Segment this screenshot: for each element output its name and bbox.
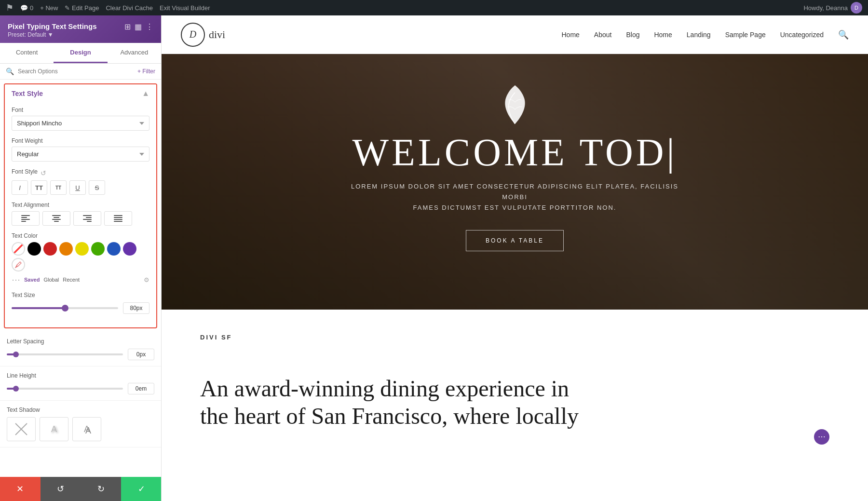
svg-rect-0 — [21, 215, 30, 216]
user-avatar[interactable]: D — [851, 2, 862, 14]
font-select[interactable]: Shippori Mincho — [12, 116, 149, 131]
align-left-button[interactable] — [12, 211, 40, 226]
hero-title: WELCOME TOD| — [162, 133, 868, 172]
site-nav: D divi Home About Blog Home Landing Samp… — [162, 15, 868, 54]
svg-rect-14 — [114, 219, 122, 220]
red-color-swatch[interactable] — [43, 242, 57, 256]
orange-color-swatch[interactable] — [59, 242, 73, 256]
redo-button[interactable]: ↻ — [81, 477, 122, 501]
letter-spacing-track[interactable] — [7, 353, 123, 355]
exit-builder-button[interactable]: Exit Visual Builder — [160, 4, 210, 12]
nav-uncategorized[interactable]: Uncategorized — [780, 31, 824, 39]
green-color-swatch[interactable] — [91, 242, 105, 256]
search-icon: 🔍 — [6, 68, 14, 75]
hero-content: WELCOME TOD| LOREM IPSUM DOLOR SIT AMET … — [162, 54, 868, 251]
save-button[interactable]: ✓ — [121, 477, 162, 501]
collapse-icon[interactable]: ▲ — [142, 89, 149, 98]
text-shadow-soft[interactable]: A — [40, 417, 68, 441]
fullscreen-icon[interactable]: ⊞ — [124, 22, 131, 31]
undo-button[interactable]: ↺ — [41, 477, 81, 501]
slider-thumb[interactable] — [62, 305, 68, 311]
text-shadow-label: Text Shadow — [7, 406, 154, 413]
font-style-row: Font Style ↺ I TT TT U S — [12, 168, 149, 195]
nav-sample[interactable]: Sample Page — [725, 31, 766, 39]
purple-color-swatch[interactable] — [123, 242, 136, 256]
color-settings-icon[interactable]: ⚙ — [144, 276, 149, 284]
caps-button[interactable]: TT — [50, 180, 67, 195]
line-height-thumb[interactable] — [13, 386, 19, 392]
black-color-swatch[interactable] — [27, 242, 41, 256]
yellow-color-swatch[interactable] — [75, 242, 89, 256]
text-size-track[interactable] — [12, 307, 118, 309]
saved-color-tab[interactable]: Saved — [24, 277, 40, 283]
line-height-slider — [7, 383, 154, 394]
line-height-input[interactable] — [128, 383, 154, 394]
panel-header: Pixel Typing Text Settings Preset: Defau… — [0, 15, 161, 43]
edit-page-button[interactable]: ✎ Edit Page — [65, 4, 99, 12]
text-alignment-label: Text Alignment — [12, 202, 149, 208]
new-button[interactable]: + New — [40, 4, 58, 12]
letter-spacing-slider — [7, 349, 154, 360]
search-icon[interactable]: 🔍 — [838, 29, 849, 40]
text-shadow-hard[interactable]: A — [72, 417, 101, 441]
comment-number: 0 — [30, 4, 33, 12]
color-swatches — [12, 242, 149, 271]
svg-rect-10 — [83, 219, 92, 220]
reset-icon[interactable]: ↺ — [41, 169, 46, 177]
right-panel: D divi Home About Blog Home Landing Samp… — [162, 15, 868, 501]
filter-button[interactable]: + Filter — [137, 68, 155, 75]
text-shadow-none[interactable] — [7, 417, 36, 441]
columns-icon[interactable]: ▦ — [135, 22, 142, 31]
underline-button[interactable]: U — [69, 180, 86, 195]
tab-content[interactable]: Content — [0, 43, 54, 63]
search-input[interactable] — [18, 68, 134, 75]
main-layout: Pixel Typing Text Settings Preset: Defau… — [0, 15, 868, 501]
svg-rect-1 — [21, 217, 27, 218]
site-menu: Home About Blog Home Landing Sample Page… — [561, 29, 849, 40]
text-style-section: Text Style ▲ Font Shippori Mincho Font W… — [4, 83, 157, 328]
line-height-track[interactable] — [7, 388, 123, 390]
svg-rect-9 — [86, 217, 92, 218]
recent-color-tab[interactable]: Recent — [63, 277, 80, 283]
eyedropper-swatch[interactable] — [12, 258, 25, 271]
cancel-icon: ✕ — [16, 484, 24, 494]
wp-logo-icon[interactable]: ⚑ — [6, 2, 14, 13]
panel-preset[interactable]: Preset: Default ▼ — [8, 31, 96, 38]
align-right-button[interactable] — [73, 211, 101, 226]
nav-blog[interactable]: Blog — [626, 31, 639, 39]
site-logo: D divi — [181, 23, 225, 47]
below-hero-section: DIVI SF An award-winning dining experien… — [162, 310, 868, 454]
panel-header-icons: ⊞ ▦ ⋮ — [124, 22, 153, 31]
text-size-label: Text Size — [12, 292, 149, 298]
text-size-input[interactable] — [123, 302, 149, 314]
comment-count[interactable]: 💬 0 — [20, 4, 33, 12]
more-colors-icon[interactable]: ⋯ — [12, 274, 20, 285]
text-shadow-section: Text Shadow A A — [0, 401, 161, 447]
transparent-color-swatch[interactable] — [12, 242, 25, 256]
section-header[interactable]: Text Style ▲ — [5, 84, 156, 103]
redo-icon: ↻ — [97, 484, 105, 494]
nav-about[interactable]: About — [594, 31, 612, 39]
align-justify-button[interactable] — [104, 211, 132, 226]
strikethrough-button[interactable]: S — [89, 180, 105, 195]
cancel-button[interactable]: ✕ — [0, 477, 41, 501]
align-center-button[interactable] — [42, 211, 70, 226]
more-icon[interactable]: ⋮ — [146, 22, 153, 31]
font-row: Font Shippori Mincho — [12, 107, 149, 131]
nav-home2[interactable]: Home — [654, 31, 672, 39]
font-weight-select[interactable]: Regular — [12, 147, 149, 162]
blue-color-swatch[interactable] — [107, 242, 121, 256]
letter-spacing-input[interactable] — [128, 349, 154, 360]
tab-design[interactable]: Design — [54, 43, 107, 63]
bold-tt-button[interactable]: TT — [31, 180, 47, 195]
nav-landing[interactable]: Landing — [687, 31, 711, 39]
nav-home[interactable]: Home — [561, 31, 579, 39]
hero-cta-button[interactable]: BOOK A TABLE — [466, 230, 564, 251]
tab-advanced[interactable]: Advanced — [108, 43, 161, 63]
clear-cache-button[interactable]: Clear Divi Cache — [106, 4, 153, 12]
letter-spacing-thumb[interactable] — [13, 352, 19, 357]
logo-letter: D — [190, 29, 196, 40]
italic-button[interactable]: I — [12, 180, 28, 195]
global-color-tab[interactable]: Global — [43, 277, 59, 283]
purple-dot-button[interactable]: ⋯ — [814, 429, 829, 445]
